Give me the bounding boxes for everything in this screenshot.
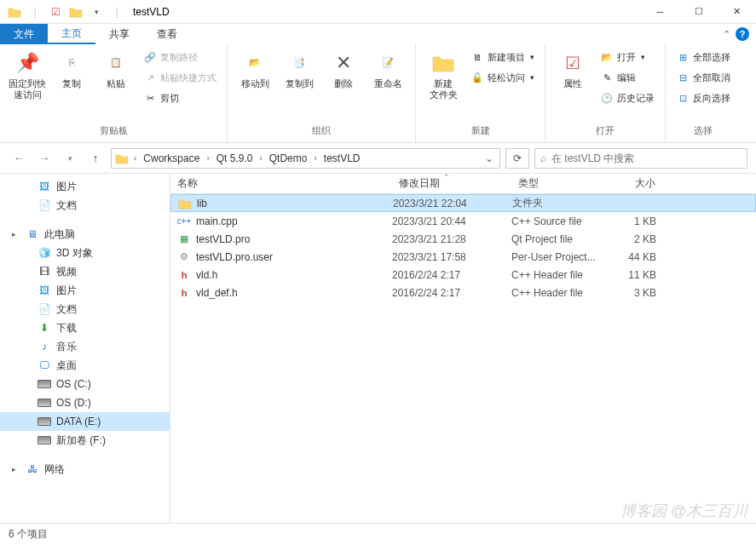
edit-button[interactable]: ✎编辑 [597, 68, 658, 87]
history-icon: 🕑 [600, 91, 614, 105]
move-icon: 📂 [241, 49, 268, 77]
h-icon: h [177, 286, 191, 300]
nav-item-f[interactable]: 新加卷 (F:) [0, 431, 170, 450]
file-row[interactable]: lib2023/3/21 22:04文件夹 [170, 194, 756, 212]
properties-icon: ☑ [559, 49, 586, 77]
invert-selection-button[interactable]: ⊡反向选择 [672, 89, 734, 107]
nav-documents[interactable]: 📄文档 [0, 196, 170, 215]
copy-to-button[interactable]: 📑复制到 [279, 48, 320, 91]
window-title: testVLD [133, 6, 170, 18]
window-controls: ─ ☐ ✕ [641, 0, 756, 24]
pin-quickaccess-button[interactable]: 📌 固定到快 速访问 [7, 48, 48, 102]
history-button[interactable]: 🕑历史记录 [597, 89, 658, 107]
file-row[interactable]: ▦testVLD.pro2023/3/21 21:28Qt Project fi… [170, 230, 756, 248]
chevron-right-icon[interactable]: › [205, 153, 211, 163]
search-box[interactable]: ⌕ [534, 148, 747, 169]
file-row[interactable]: c++main.cpp2023/3/21 20:44C++ Source fil… [170, 212, 756, 230]
col-size[interactable]: 大小 [605, 176, 665, 191]
tab-share[interactable]: 共享 [95, 24, 143, 44]
file-type: C++ Header file [511, 269, 605, 281]
properties-button[interactable]: ☑属性 [552, 48, 593, 91]
paste-shortcut-button[interactable]: ↗粘贴快捷方式 [140, 68, 220, 87]
breadcrumb-item[interactable]: QtDemo [266, 149, 311, 168]
breadcrumb-item[interactable]: testVLD [320, 149, 364, 168]
nav-network[interactable]: ▸🖧网络 [0, 460, 170, 479]
cut-button[interactable]: ✂剪切 [140, 89, 220, 107]
nav-item-[interactable]: 🖵桌面 [0, 356, 170, 375]
qat-separator: | [26, 3, 44, 21]
select-all-button[interactable]: ⊞全部选择 [672, 48, 734, 66]
nav-item-[interactable]: 🎞视频 [0, 262, 170, 281]
minimize-button[interactable]: ─ [641, 0, 679, 24]
file-date: 2023/3/21 20:44 [392, 215, 511, 227]
nav-item-datae[interactable]: DATA (E:) [0, 412, 170, 431]
pin-icon: 📌 [14, 49, 41, 77]
file-row[interactable]: hvld.h2016/2/24 2:17C++ Header file11 KB [170, 266, 756, 284]
nav-item-osc[interactable]: OS (C:) [0, 375, 170, 393]
ribbon-group-select: ⊞全部选择 ⊟全部取消 ⊡反向选择 选择 [666, 44, 741, 142]
file-list[interactable]: lib2023/3/21 22:04文件夹c++main.cpp2023/3/2… [170, 194, 756, 523]
col-date[interactable]: 修改日期 [392, 176, 511, 191]
delete-icon: ✕ [330, 49, 357, 77]
paste-button[interactable]: 📋 粘贴 [95, 48, 136, 91]
tab-file[interactable]: 文件 [0, 24, 48, 44]
group-label-new: 新建 [423, 123, 538, 139]
new-item-icon: 🗎 [470, 50, 484, 64]
qat-dropdown[interactable]: ▾ [87, 3, 106, 21]
collapse-ribbon-icon[interactable]: ⌃ [723, 29, 730, 40]
refresh-button[interactable]: ⟳ [505, 148, 529, 169]
breadcrumb-item[interactable]: Cworkspace [140, 149, 203, 168]
nav-item-[interactable]: 🖼图片 [0, 281, 170, 300]
breadcrumb-item[interactable]: Qt 5.9.0 [213, 149, 257, 168]
chevron-right-icon[interactable]: › [257, 153, 263, 163]
file-row[interactable]: ⚙testVLD.pro.user2023/3/21 17:58Per-User… [170, 248, 756, 266]
nav-pictures[interactable]: 🖼图片 [0, 177, 170, 196]
folder-icon[interactable] [5, 3, 24, 21]
nav-item-[interactable]: ♪音乐 [0, 337, 170, 356]
nav-item-[interactable]: 📄文档 [0, 300, 170, 318]
rename-button[interactable]: 📝重命名 [367, 48, 408, 91]
easy-access-button[interactable]: 🔓轻松访问▾ [467, 68, 538, 87]
nav-item-label: 文档 [56, 302, 77, 317]
select-none-button[interactable]: ⊟全部取消 [672, 68, 734, 87]
chevron-right-icon[interactable]: › [312, 153, 318, 163]
search-input[interactable] [551, 152, 742, 164]
nav-this-pc[interactable]: ▸🖥此电脑 [0, 225, 170, 244]
col-name[interactable]: 名称 [170, 176, 392, 191]
maximize-button[interactable]: ☐ [679, 0, 718, 24]
nav-item-3d[interactable]: 🧊3D 对象 [0, 244, 170, 262]
forward-button[interactable]: → [34, 148, 55, 169]
folder-icon[interactable] [66, 3, 85, 21]
ribbon-tabs: 文件 主页 共享 查看 ⌃ ? [0, 24, 756, 44]
navigation-pane[interactable]: 🖼图片 📄文档 ▸🖥此电脑 🧊3D 对象🎞视频🖼图片📄文档⬇下载♪音乐🖵桌面OS… [0, 174, 170, 523]
move-to-button[interactable]: 📂移动到 [234, 48, 275, 91]
picture-icon: 🖼 [38, 284, 51, 297]
close-button[interactable]: ✕ [718, 0, 756, 24]
file-size: 44 KB [605, 251, 665, 263]
new-folder-button[interactable]: 新建 文件夹 [423, 48, 464, 102]
copy-button[interactable]: ⎘ 复制 [51, 48, 92, 91]
address-dropdown[interactable]: ⌄ [481, 152, 498, 164]
nav-item-osd[interactable]: OS (D:) [0, 393, 170, 412]
file-row[interactable]: hvld_def.h2016/2/24 2:17C++ Header file3… [170, 284, 756, 301]
delete-button[interactable]: ✕删除 [323, 48, 364, 91]
help-icon[interactable]: ? [736, 27, 749, 41]
copy-path-button[interactable]: 🔗复制路径 [140, 48, 220, 66]
back-button[interactable]: ← [9, 148, 29, 169]
nav-item-[interactable]: ⬇下载 [0, 318, 170, 337]
address-bar[interactable]: › Cworkspace › Qt 5.9.0 › QtDemo › testV… [111, 148, 500, 169]
tab-view[interactable]: 查看 [143, 24, 191, 44]
open-button[interactable]: 📂打开▾ [597, 48, 658, 66]
tab-home[interactable]: 主页 [48, 24, 95, 44]
nav-item-label: OS (D:) [56, 397, 91, 409]
recent-dropdown[interactable]: ▾ [60, 148, 80, 169]
file-date: 2023/3/21 21:28 [392, 233, 511, 245]
sort-indicator-icon: ⌃ [443, 173, 450, 181]
up-button[interactable]: ↑ [85, 148, 106, 169]
qat-properties-icon[interactable]: ☑ [46, 3, 65, 21]
chevron-right-icon[interactable]: › [132, 153, 138, 163]
file-type: Qt Project file [511, 233, 605, 245]
network-icon: 🖧 [26, 462, 39, 476]
new-item-button[interactable]: 🗎新建项目▾ [467, 48, 538, 66]
col-type[interactable]: 类型 [511, 176, 605, 191]
